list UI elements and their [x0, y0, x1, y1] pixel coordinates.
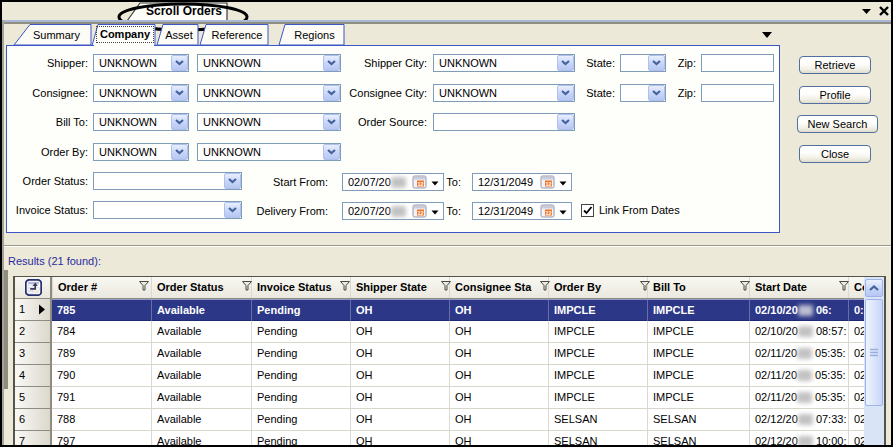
svg-text:12: 12 — [417, 181, 423, 187]
svg-text:12: 12 — [545, 210, 551, 216]
svg-text:12: 12 — [417, 210, 423, 216]
svg-text:12: 12 — [545, 181, 551, 187]
